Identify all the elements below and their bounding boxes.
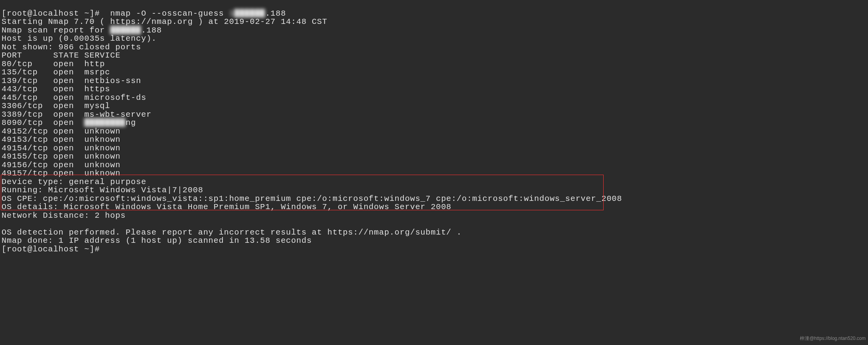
host-up: Host is up (0.00035s latency).: [2, 34, 157, 43]
nmap-done: Nmap done: 1 IP address (1 host up) scan…: [2, 236, 312, 245]
scan-report-prefix: Nmap scan report for: [2, 26, 110, 35]
network-distance: Network Distance: 2 hops: [2, 211, 126, 220]
port-8090-prefix: 8090/tcp open: [2, 118, 84, 127]
port-row: 49154/tcp open unknown: [2, 144, 121, 153]
scan-report-ip-blur: ██████: [110, 26, 141, 35]
running: Running: Microsoft Windows Vista|7|2008: [2, 186, 203, 195]
port-row: 135/tcp open msrpc: [2, 68, 110, 77]
port-row: 139/tcp open netbios-ssn: [2, 76, 141, 85]
prompt: [root@localhost ~]#: [2, 245, 100, 254]
watermark: 梓潼@https://blog.ntan520.com: [800, 334, 866, 343]
target-ip-blur: 1██████: [229, 9, 265, 18]
start-line: Starting Nmap 7.70 ( https://nmap.org ) …: [2, 17, 327, 26]
command: nmap -O --osscan-guess: [100, 9, 229, 18]
terminal-output: [root@localhost ~]# nmap -O --osscan-gue…: [0, 0, 868, 345]
os-cpe: OS CPE: cpe:/o:microsoft:windows_vista::…: [2, 194, 622, 203]
port-8090-blur: ████████: [84, 118, 126, 127]
port-row: 443/tcp open https: [2, 85, 110, 94]
prompt: [root@localhost ~]#: [2, 9, 100, 18]
port-row: 49152/tcp open unknown: [2, 127, 121, 136]
port-row: 49155/tcp open unknown: [2, 152, 121, 161]
port-row: 3306/tcp open mysql: [2, 101, 110, 110]
port-8090-suffix: ng: [126, 118, 136, 127]
os-details: OS details: Microsoft Windows Vista Home…: [2, 202, 452, 211]
port-row: 80/tcp open http: [2, 60, 105, 69]
port-row: 49157/tcp open unknown: [2, 169, 121, 178]
ports-header: PORT STATE SERVICE: [2, 51, 121, 60]
device-type: Device type: general purpose: [2, 177, 146, 186]
not-shown: Not shown: 986 closed ports: [2, 43, 141, 52]
port-row: 49153/tcp open unknown: [2, 135, 121, 144]
port-row: 3389/tcp open ms-wbt-server: [2, 110, 152, 119]
port-row: 49156/tcp open unknown: [2, 161, 121, 170]
scan-report-ip-suffix: .188: [141, 26, 162, 35]
os-detection: OS detection performed. Please report an…: [2, 228, 462, 237]
target-ip-suffix: .188: [265, 9, 286, 18]
port-row: 445/tcp open microsoft-ds: [2, 93, 146, 102]
